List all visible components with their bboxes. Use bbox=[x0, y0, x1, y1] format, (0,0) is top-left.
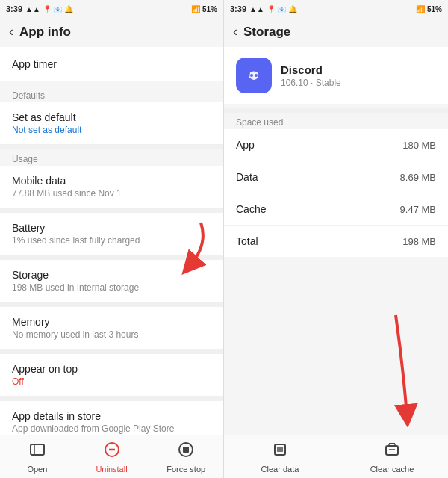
left-scroll-area: App timer Defaults Set as default Not se… bbox=[0, 47, 223, 435]
right-signal-icons: ▲▲ 📍 📧 🔔 bbox=[249, 5, 297, 13]
clear-cache-icon bbox=[384, 441, 400, 462]
space-used-label: Space used bbox=[224, 113, 448, 129]
storage-data-label: Data bbox=[236, 171, 258, 183]
left-panel: 3:39 ▲▲ 📍 📧 🔔 📶 51% ‹ App info App timer… bbox=[0, 0, 224, 478]
memory-row[interactable]: Memory No memory used in last 3 hours bbox=[0, 307, 223, 350]
open-label: Open bbox=[27, 465, 47, 474]
storage-row[interactable]: Storage 198 MB used in Internal storage bbox=[0, 260, 223, 302]
set-as-default-subtitle: Not set as default bbox=[12, 125, 211, 135]
left-bottom-bar: Open Uninstall Force stop bbox=[0, 435, 223, 478]
app-details-subtitle: App downloaded from Google Play Store bbox=[12, 423, 211, 434]
mobile-data-row[interactable]: Mobile data 77.88 MB used since Nov 1 bbox=[0, 166, 223, 208]
clear-cache-button[interactable]: Clear cache bbox=[336, 435, 448, 478]
set-as-default-title: Set as default bbox=[12, 111, 211, 123]
left-back-button[interactable]: ‹ bbox=[9, 24, 13, 40]
right-bottom-bar: Clear data Clear cache bbox=[224, 435, 448, 478]
storage-total-row: Total 198 MB bbox=[224, 226, 448, 257]
right-back-button[interactable]: ‹ bbox=[233, 24, 237, 40]
svg-rect-1 bbox=[31, 444, 44, 455]
appear-on-top-subtitle: Off bbox=[12, 376, 211, 387]
storage-items-list: App 180 MB Data 8.69 MB Cache 9.47 MB To… bbox=[224, 129, 448, 257]
svg-rect-15 bbox=[386, 446, 398, 455]
storage-title: Storage bbox=[12, 269, 211, 281]
app-info-card: Discord 106.10 · Stable bbox=[224, 47, 448, 104]
storage-total-label: Total bbox=[236, 235, 258, 247]
storage-app-value: 180 MB bbox=[402, 140, 436, 151]
force-stop-button[interactable]: Force stop bbox=[149, 435, 223, 478]
left-wifi-icon: 📶 bbox=[191, 5, 200, 13]
battery-subtitle: 1% used since last fully charged bbox=[12, 235, 211, 246]
right-empty-area bbox=[224, 257, 448, 435]
right-status-bar: 3:39 ▲▲ 📍 📧 🔔 📶 51% bbox=[224, 0, 448, 18]
set-as-default-row[interactable]: Set as default Not set as default bbox=[0, 102, 223, 145]
open-icon bbox=[29, 441, 46, 462]
uninstall-button[interactable]: Uninstall bbox=[75, 435, 149, 478]
right-time: 3:39 bbox=[230, 4, 246, 13]
mobile-data-title: Mobile data bbox=[12, 175, 211, 187]
storage-data-row: Data 8.69 MB bbox=[224, 161, 448, 193]
left-battery-icon: 51% bbox=[202, 5, 217, 13]
appear-on-top-row[interactable]: Appear on top Off bbox=[0, 354, 223, 397]
left-header-title: App info bbox=[19, 25, 71, 40]
clear-data-label: Clear data bbox=[261, 465, 299, 474]
appear-on-top-title: Appear on top bbox=[12, 363, 211, 375]
app-name: Discord bbox=[281, 63, 341, 76]
left-time: 3:39 bbox=[6, 4, 22, 13]
left-signal-icons: ▲▲ 📍 📧 🔔 bbox=[25, 5, 73, 13]
right-panel: 3:39 ▲▲ 📍 📧 🔔 📶 51% ‹ Storage Discord 10… bbox=[224, 0, 448, 478]
storage-cache-row: Cache 9.47 MB bbox=[224, 193, 448, 226]
force-stop-icon bbox=[178, 441, 194, 462]
battery-title: Battery bbox=[12, 222, 211, 234]
storage-subtitle: 198 MB used in Internal storage bbox=[12, 282, 211, 293]
defaults-section-label: Defaults bbox=[0, 86, 223, 102]
svg-rect-6 bbox=[183, 447, 189, 453]
right-status-bar-right: 📶 51% bbox=[416, 5, 442, 13]
uninstall-label: Uninstall bbox=[96, 465, 127, 474]
right-battery-icon: 51% bbox=[427, 5, 442, 13]
usage-section-label: Usage bbox=[0, 149, 223, 166]
uninstall-icon bbox=[104, 441, 120, 462]
svg-point-9 bbox=[255, 74, 258, 77]
right-wifi-icon: 📶 bbox=[416, 5, 425, 13]
battery-row[interactable]: Battery 1% used since last fully charged bbox=[0, 213, 223, 255]
right-status-bar-left: 3:39 ▲▲ 📍 📧 🔔 bbox=[230, 4, 297, 13]
storage-data-value: 8.69 MB bbox=[400, 172, 436, 183]
storage-app-row: App 180 MB bbox=[224, 129, 448, 161]
mobile-data-subtitle: 77.88 MB used since Nov 1 bbox=[12, 188, 211, 199]
force-stop-label: Force stop bbox=[167, 465, 205, 474]
left-status-bar: 3:39 ▲▲ 📍 📧 🔔 📶 51% bbox=[0, 0, 223, 18]
app-details-title: App details in store bbox=[12, 410, 211, 422]
right-header: ‹ Storage bbox=[224, 18, 448, 47]
svg-point-8 bbox=[250, 74, 253, 77]
open-button[interactable]: Open bbox=[0, 435, 75, 478]
memory-title: Memory bbox=[12, 316, 211, 328]
left-header: ‹ App info bbox=[0, 18, 223, 47]
app-icon bbox=[236, 58, 272, 93]
app-timer-label: App timer bbox=[12, 58, 57, 70]
clear-cache-label: Clear cache bbox=[370, 465, 414, 474]
storage-total-value: 198 MB bbox=[402, 236, 436, 247]
app-details-row[interactable]: App details in store App downloaded from… bbox=[0, 401, 223, 435]
storage-cache-value: 9.47 MB bbox=[400, 204, 436, 215]
right-header-title: Storage bbox=[243, 25, 290, 40]
storage-cache-label: Cache bbox=[236, 203, 266, 215]
memory-subtitle: No memory used in last 3 hours bbox=[12, 329, 211, 340]
left-status-bar-right: 📶 51% bbox=[191, 5, 217, 13]
app-version: 106.10 · Stable bbox=[281, 78, 341, 88]
storage-app-label: App bbox=[236, 139, 255, 151]
app-timer-card[interactable]: App timer bbox=[0, 47, 223, 81]
clear-data-button[interactable]: Clear data bbox=[224, 435, 336, 478]
clear-data-icon bbox=[272, 441, 288, 462]
left-status-bar-left: 3:39 ▲▲ 📍 📧 🔔 bbox=[6, 4, 73, 13]
app-details-info: Discord 106.10 · Stable bbox=[281, 63, 341, 88]
